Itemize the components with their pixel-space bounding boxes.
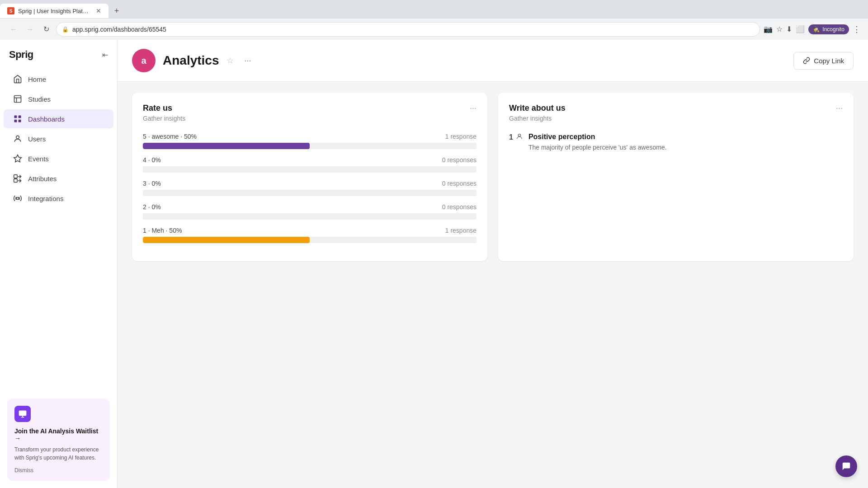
sidebar-item-home[interactable]: Home (4, 70, 113, 89)
sidebar-item-users[interactable]: Users (4, 129, 113, 148)
sidebar-item-home-label: Home (28, 75, 46, 83)
rating-4-count: 0 responses (442, 156, 476, 164)
insight-number: 1 (509, 133, 523, 141)
rating-3-label: 3 · 0% (143, 180, 161, 187)
rate-us-card: Rate us ··· Gather insights 5 · awesome … (132, 93, 487, 261)
tab-close-button[interactable]: ✕ (96, 7, 101, 14)
svg-rect-5 (14, 120, 17, 122)
svg-rect-0 (14, 96, 21, 103)
rating-4-label-row: 4 · 0% 0 responses (143, 156, 476, 164)
svg-rect-6 (19, 120, 21, 122)
navigation-bar: ← → ↻ 🔒 app.sprig.com/dashboards/65545 📷… (0, 18, 868, 40)
sidebar-item-studies[interactable]: Studies (4, 89, 113, 108)
nav-actions: 📷 ☆ ⬇ ⬜ 🕵 Incognito ⋮ (764, 24, 861, 34)
svg-point-7 (16, 136, 19, 139)
rating-5-bar-track (143, 143, 476, 149)
back-button[interactable]: ← (7, 23, 20, 36)
sprig-logo: Sprig (9, 49, 33, 61)
rating-row-2: 2 · 0% 0 responses (143, 203, 476, 220)
rating-5-label-row: 5 · awesome · 50% 1 response (143, 133, 476, 140)
home-icon (13, 74, 23, 84)
rating-5-bar-fill (143, 143, 310, 149)
ai-promo-box: Join the AI Analysis Waitlist → Transfor… (7, 399, 110, 481)
rating-1-bar-track (143, 237, 476, 243)
rate-us-card-menu-button[interactable]: ··· (470, 103, 476, 113)
incognito-label: Incognito (822, 26, 844, 33)
download-icon[interactable]: ⬇ (786, 25, 792, 33)
rating-1-bar-fill (143, 237, 310, 243)
header-more-button[interactable]: ··· (241, 54, 255, 67)
rate-us-card-title: Rate us (143, 103, 172, 113)
rating-row-1: 1 · Meh · 50% 1 response (143, 227, 476, 243)
sidebar-item-integrations-label: Integrations (28, 195, 63, 202)
main-content: a Analytics ☆ ··· Copy Link Rate us ··· (118, 40, 868, 488)
sidebar-collapse-button[interactable]: ⇤ (102, 51, 108, 59)
rating-4-bar-track (143, 166, 476, 173)
svg-marker-8 (14, 155, 22, 162)
rating-2-label: 2 · 0% (143, 203, 161, 211)
rating-1-label: 1 · Meh · 50% (143, 227, 182, 234)
favorite-star-button[interactable]: ☆ (226, 56, 234, 66)
svg-rect-10 (14, 179, 18, 183)
svg-rect-9 (14, 175, 18, 178)
ai-promo-icon (14, 406, 31, 422)
forward-button[interactable]: → (24, 23, 36, 36)
app-container: Sprig ⇤ Home Studies (0, 40, 868, 488)
studies-icon (13, 94, 23, 104)
cards-grid: Rate us ··· Gather insights 5 · awesome … (132, 93, 854, 261)
rating-5-count: 1 response (445, 133, 476, 140)
rating-1-label-row: 1 · Meh · 50% 1 response (143, 227, 476, 234)
promo-dismiss-button[interactable]: Dismiss (14, 467, 103, 474)
menu-dots-icon[interactable]: ⋮ (853, 24, 861, 34)
write-about-us-card-menu-button[interactable]: ··· (836, 103, 843, 113)
dashboards-icon (13, 114, 23, 124)
sidebar-item-events-label: Events (28, 155, 49, 163)
avatar: a (132, 49, 156, 72)
write-about-us-card-title: Write about us (509, 103, 566, 113)
address-bar[interactable]: 🔒 app.sprig.com/dashboards/65545 (56, 22, 760, 37)
browser-chrome: S Sprig | User Insights Platform for... … (0, 0, 868, 40)
copy-link-label: Copy Link (814, 57, 844, 65)
attributes-icon (13, 174, 23, 183)
tab-title: Sprig | User Insights Platform for... (18, 8, 89, 14)
insight-content: Positive perception The majority of peop… (528, 133, 667, 152)
camera-icon[interactable]: 📷 (764, 25, 773, 33)
rating-3-bar-track (143, 190, 476, 196)
bookmark-icon[interactable]: ☆ (776, 25, 783, 33)
incognito-icon: 🕵 (813, 26, 820, 33)
header-left: a Analytics ☆ ··· (132, 49, 255, 72)
write-about-us-card: Write about us ··· Gather insights 1 Pos… (498, 93, 854, 261)
sidebar-nav: Home Studies Dashboards Us (0, 65, 117, 391)
incognito-indicator: 🕵 Incognito (808, 24, 849, 34)
sidebar-item-studies-label: Studies (28, 95, 51, 103)
sidebar-item-dashboards-label: Dashboards (28, 115, 65, 123)
reload-button[interactable]: ↻ (40, 23, 52, 36)
active-tab[interactable]: S Sprig | User Insights Platform for... … (0, 4, 108, 18)
insight-row: 1 Positive perception The majority of pe… (509, 133, 843, 152)
user-small-icon (516, 133, 523, 141)
dashboard-content: Rate us ··· Gather insights 5 · awesome … (118, 82, 868, 488)
sidebar-item-dashboards[interactable]: Dashboards (4, 109, 113, 128)
sidebar-item-attributes-label: Attributes (28, 175, 57, 183)
sidebar-item-attributes[interactable]: Attributes (4, 169, 113, 188)
promo-title[interactable]: Join the AI Analysis Waitlist → (14, 427, 103, 442)
tab-bar: S Sprig | User Insights Platform for... … (0, 0, 868, 18)
tab-favicon: S (7, 7, 14, 14)
sidebar-item-integrations[interactable]: Integrations (4, 189, 113, 208)
promo-description: Transform your product experience with S… (14, 446, 103, 462)
insight-title: Positive perception (528, 133, 667, 141)
rating-2-label-row: 2 · 0% 0 responses (143, 203, 476, 211)
chat-button[interactable] (835, 455, 857, 477)
svg-rect-4 (19, 116, 21, 118)
sidebar-header: Sprig ⇤ (0, 40, 117, 65)
new-tab-button[interactable]: + (110, 5, 123, 17)
rate-us-card-header: Rate us ··· (143, 103, 476, 113)
rating-3-label-row: 3 · 0% 0 responses (143, 180, 476, 187)
rating-1-count: 1 response (445, 227, 476, 234)
copy-link-button[interactable]: Copy Link (793, 52, 854, 70)
sidebar-item-events[interactable]: Events (4, 149, 113, 168)
rating-row-4: 4 · 0% 0 responses (143, 156, 476, 173)
cast-icon[interactable]: ⬜ (796, 25, 805, 33)
rating-row-5: 5 · awesome · 50% 1 response (143, 133, 476, 149)
header-actions: Copy Link (793, 52, 854, 70)
